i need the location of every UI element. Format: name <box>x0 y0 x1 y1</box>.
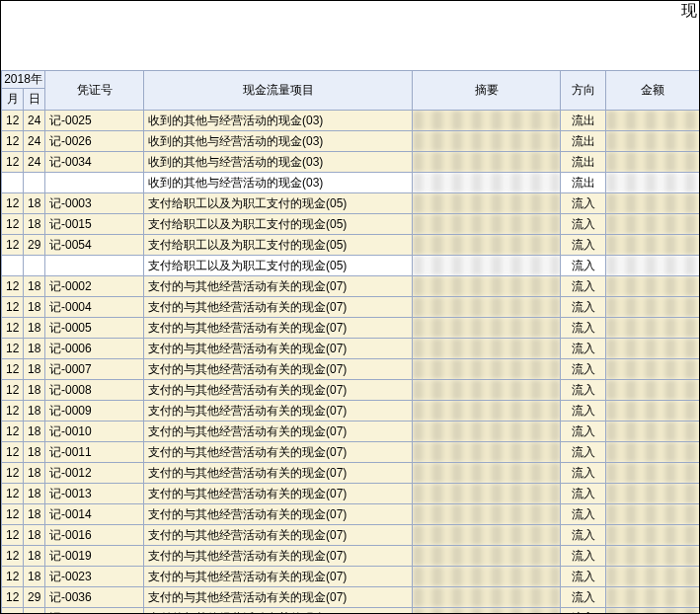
cell-direction: 流入 <box>561 214 606 235</box>
cell-voucher-no[interactable]: 记-0011 <box>45 442 144 463</box>
table-row[interactable]: 1218记-0013支付的与其他经营活动有关的现金(07)流入 <box>2 484 700 504</box>
cell-month: 12 <box>2 567 24 587</box>
cell-voucher-no[interactable]: 记-0012 <box>45 463 144 484</box>
table-row[interactable]: 1218记-0003支付给职工以及为职工支付的现金(05)流入 <box>2 193 700 214</box>
cell-voucher-no[interactable]: 记-0013 <box>45 484 144 504</box>
cell-day: 24 <box>24 152 45 173</box>
table-row[interactable]: 1218记-0019支付的与其他经营活动有关的现金(07)流入 <box>2 546 700 567</box>
cell-direction: 流入 <box>561 525 606 546</box>
cell-amount <box>606 235 700 256</box>
col-voucher-no[interactable]: 凭证号 <box>45 71 144 111</box>
cell-amount <box>606 546 700 567</box>
table-row[interactable]: 1218记-0014支付的与其他经营活动有关的现金(07)流入 <box>2 504 700 525</box>
table-row[interactable]: 1229记-0037支付的与其他经营活动有关的现金(07)流入 <box>2 608 700 615</box>
table-row[interactable]: 1229记-0054支付给职工以及为职工支付的现金(05)流入 <box>2 235 700 256</box>
cell-voucher-no[interactable]: 记-0019 <box>45 546 144 567</box>
table-row[interactable]: 1218记-0009支付的与其他经营活动有关的现金(07)流入 <box>2 401 700 422</box>
cell-day: 18 <box>24 359 45 380</box>
cell-direction: 流入 <box>561 504 606 525</box>
cell-month <box>2 173 24 193</box>
table-row[interactable]: 1218记-0015支付给职工以及为职工支付的现金(05)流入 <box>2 214 700 235</box>
cell-day: 29 <box>24 608 45 615</box>
cell-voucher-no[interactable]: 记-0008 <box>45 380 144 401</box>
cell-day: 18 <box>24 525 45 546</box>
cell-voucher-no[interactable]: 记-0034 <box>45 152 144 173</box>
cell-voucher-no[interactable]: 记-0009 <box>45 401 144 422</box>
cell-cashflow-item: 支付的与其他经营活动有关的现金(07) <box>144 608 413 615</box>
cell-month: 12 <box>2 484 24 504</box>
cell-month: 12 <box>2 442 24 463</box>
cell-month: 12 <box>2 587 24 608</box>
cell-voucher-no[interactable]: 记-0025 <box>45 111 144 131</box>
cell-summary <box>413 318 561 339</box>
cell-summary <box>413 359 561 380</box>
cell-voucher-no[interactable]: 记-0006 <box>45 339 144 359</box>
cell-amount <box>606 339 700 359</box>
table-row[interactable]: 1224记-0034收到的其他与经营活动的现金(03)流出 <box>2 152 700 173</box>
cell-month: 12 <box>2 235 24 256</box>
cell-summary <box>413 256 561 276</box>
cell-summary <box>413 608 561 615</box>
cell-day: 18 <box>24 318 45 339</box>
cell-amount <box>606 214 700 235</box>
cell-voucher-no[interactable]: 记-0007 <box>45 359 144 380</box>
cell-direction: 流入 <box>561 442 606 463</box>
table-row[interactable]: 1218记-0006支付的与其他经营活动有关的现金(07)流入 <box>2 339 700 359</box>
cell-voucher-no[interactable]: 记-0010 <box>45 422 144 442</box>
cell-cashflow-item: 支付的与其他经营活动有关的现金(07) <box>144 359 413 380</box>
table-row[interactable]: 1224记-0026收到的其他与经营活动的现金(03)流出 <box>2 131 700 152</box>
cell-voucher-no[interactable]: 记-0023 <box>45 567 144 587</box>
cell-voucher-no[interactable] <box>45 256 144 276</box>
table-row[interactable]: 1218记-0008支付的与其他经营活动有关的现金(07)流入 <box>2 380 700 401</box>
cell-voucher-no[interactable]: 记-0015 <box>45 214 144 235</box>
cashflow-table: 2018年 凭证号 现金流量项目 摘要 方向 金额 月 日 1224记-0025… <box>1 70 700 614</box>
table-row[interactable]: 1218记-0012支付的与其他经营活动有关的现金(07)流入 <box>2 463 700 484</box>
col-year[interactable]: 2018年 <box>2 71 45 89</box>
cell-day: 18 <box>24 297 45 318</box>
table-row[interactable]: 1218记-0004支付的与其他经营活动有关的现金(07)流入 <box>2 297 700 318</box>
cell-voucher-no[interactable]: 记-0005 <box>45 318 144 339</box>
cell-amount <box>606 587 700 608</box>
table-row[interactable]: 1218记-0010支付的与其他经营活动有关的现金(07)流入 <box>2 422 700 442</box>
subtotal-row[interactable]: 收到的其他与经营活动的现金(03)流出 <box>2 173 700 193</box>
table-row[interactable]: 1218记-0023支付的与其他经营活动有关的现金(07)流入 <box>2 567 700 587</box>
cell-voucher-no[interactable]: 记-0036 <box>45 587 144 608</box>
cell-voucher-no[interactable]: 记-0054 <box>45 235 144 256</box>
cell-voucher-no[interactable]: 记-0037 <box>45 608 144 615</box>
cell-voucher-no[interactable]: 记-0014 <box>45 504 144 525</box>
cell-cashflow-item: 收到的其他与经营活动的现金(03) <box>144 152 413 173</box>
cell-day <box>24 173 45 193</box>
col-day[interactable]: 日 <box>24 89 45 111</box>
cell-summary <box>413 401 561 422</box>
subtotal-row[interactable]: 支付给职工以及为职工支付的现金(05)流入 <box>2 256 700 276</box>
col-summary[interactable]: 摘要 <box>413 71 561 111</box>
table-row[interactable]: 1224记-0025收到的其他与经营活动的现金(03)流出 <box>2 111 700 131</box>
cell-voucher-no[interactable]: 记-0002 <box>45 276 144 297</box>
cell-voucher-no[interactable]: 记-0016 <box>45 525 144 546</box>
cell-summary <box>413 546 561 567</box>
table-row[interactable]: 1218记-0005支付的与其他经营活动有关的现金(07)流入 <box>2 318 700 339</box>
cell-voucher-no[interactable]: 记-0003 <box>45 193 144 214</box>
cell-voucher-no[interactable] <box>45 173 144 193</box>
table-row[interactable]: 1218记-0002支付的与其他经营活动有关的现金(07)流入 <box>2 276 700 297</box>
cell-amount <box>606 442 700 463</box>
cell-cashflow-item: 支付的与其他经营活动有关的现金(07) <box>144 463 413 484</box>
col-month[interactable]: 月 <box>2 89 24 111</box>
col-cashflow-item[interactable]: 现金流量项目 <box>144 71 413 111</box>
cell-day: 18 <box>24 214 45 235</box>
cell-day: 29 <box>24 587 45 608</box>
page-title-fragment: 现 <box>1 1 699 31</box>
cell-voucher-no[interactable]: 记-0004 <box>45 297 144 318</box>
cell-amount <box>606 463 700 484</box>
cell-summary <box>413 587 561 608</box>
col-direction[interactable]: 方向 <box>561 71 606 111</box>
table-row[interactable]: 1229记-0036支付的与其他经营活动有关的现金(07)流入 <box>2 587 700 608</box>
cell-direction: 流入 <box>561 193 606 214</box>
col-amount[interactable]: 金额 <box>606 71 700 111</box>
cell-day: 29 <box>24 235 45 256</box>
table-row[interactable]: 1218记-0011支付的与其他经营活动有关的现金(07)流入 <box>2 442 700 463</box>
cell-direction: 流入 <box>561 297 606 318</box>
cell-voucher-no[interactable]: 记-0026 <box>45 131 144 152</box>
table-row[interactable]: 1218记-0016支付的与其他经营活动有关的现金(07)流入 <box>2 525 700 546</box>
table-row[interactable]: 1218记-0007支付的与其他经营活动有关的现金(07)流入 <box>2 359 700 380</box>
